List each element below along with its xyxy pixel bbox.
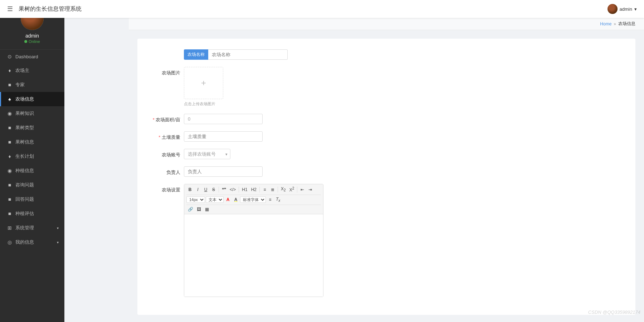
farm-area-field	[184, 114, 621, 124]
sidebar-item-label: 专家	[15, 82, 59, 88]
sidebar-item-seed-eval[interactable]: ■ 种植评估	[0, 206, 64, 221]
sidebar-item-system-mgmt[interactable]: ⊞ 系统管理 ▾	[0, 221, 64, 235]
farm-info-icon: ♠	[7, 96, 13, 102]
list-ordered-button[interactable]: ≡	[261, 186, 268, 193]
table-button[interactable]: ▦	[203, 206, 210, 213]
sidebar-item-answer[interactable]: ■ 回答问题	[0, 192, 64, 206]
font-color-button[interactable]: A	[224, 196, 231, 203]
sidebar-item-growth-plan[interactable]: ♦ 生长计划	[0, 149, 64, 164]
sidebar-item-label: 农场信息	[15, 96, 59, 102]
upload-hint: 点击上传农场图片	[184, 101, 621, 107]
sidebar-item-label: 果树知识	[15, 110, 59, 117]
breadcrumb-sep: »	[614, 21, 616, 26]
code-button[interactable]: </>	[228, 186, 237, 193]
farm-image-label: 农场图片	[152, 67, 184, 76]
h1-button[interactable]: H1	[240, 186, 249, 193]
expert-icon: ■	[7, 82, 13, 88]
farm-name-input[interactable]	[208, 49, 288, 60]
sidebar-item-label: 种植评估	[15, 210, 59, 217]
clear-format-button[interactable]: Tx	[274, 196, 282, 203]
image-upload-box[interactable]: +	[184, 67, 223, 99]
toolbar-sep	[297, 187, 297, 192]
sidebar-item-fruit-knowledge[interactable]: ◉ 果树知识	[0, 106, 64, 121]
answer-icon: ■	[7, 196, 13, 202]
superscript-button[interactable]: X2	[288, 186, 296, 193]
link-button[interactable]: 🔗	[186, 206, 195, 213]
manager-field	[184, 166, 621, 177]
menu-icon[interactable]: ☰	[7, 5, 13, 13]
toolbar-sep	[239, 187, 239, 192]
subscript-button[interactable]: X2	[279, 186, 287, 193]
manager-input[interactable]	[184, 166, 263, 177]
sidebar-item-label: 我的信息	[15, 239, 54, 245]
user-menu[interactable]: admin ▾	[608, 4, 637, 14]
soil-quality-row: 土壤质量	[152, 131, 621, 142]
topbar-title: 果树的生长信息管理系统	[19, 5, 608, 13]
soil-quality-input[interactable]	[184, 131, 263, 142]
sidebar-item-farm-info[interactable]: ♠ 农场信息	[0, 92, 64, 106]
farm-settings-row: 农场设置 B I U S ❝❞ </>	[152, 184, 621, 297]
highlight-button[interactable]: A	[232, 196, 239, 203]
indent-right-button[interactable]: ⇥	[307, 186, 314, 193]
farm-owner-icon: ♦	[7, 68, 13, 73]
farm-settings-field: B I U S ❝❞ </> H1 H2	[184, 184, 621, 297]
sidebar-item-farm-owner[interactable]: ♦ 农场主	[0, 63, 64, 78]
italic-button[interactable]: I	[194, 186, 201, 193]
image-button[interactable]: 🖼	[195, 206, 203, 213]
faq-icon: ■	[7, 182, 13, 188]
bold-button[interactable]: B	[186, 186, 194, 193]
indent-left-button[interactable]: ⇤	[299, 186, 306, 193]
arrow-icon: ▾	[57, 240, 59, 244]
online-dot	[24, 40, 27, 43]
sidebar-item-fruit-tree[interactable]: ■ 果树信息	[0, 135, 64, 149]
breadcrumb-home[interactable]: Home	[600, 21, 611, 26]
sidebar-item-label: 农场主	[15, 67, 59, 74]
sidebar-item-label: 系统管理	[15, 225, 54, 231]
h2-button[interactable]: H2	[250, 186, 258, 193]
farm-settings-label: 农场设置	[152, 184, 184, 193]
sidebar-item-dashboard[interactable]: ⊙ Dashboard	[0, 50, 64, 63]
fruit-knowledge-icon: ◉	[7, 111, 13, 116]
profile-name: admin	[25, 33, 39, 39]
form-card: 农场名称 农场图片 + 点击上传农场图片 农场面积/亩	[137, 39, 635, 315]
system-mgmt-icon: ⊞	[7, 225, 13, 231]
online-label: Online	[29, 39, 40, 44]
avatar	[608, 4, 618, 14]
list-unordered-button[interactable]: ≣	[269, 186, 276, 193]
editor-toolbar-row1: B I U S ❝❞ </> H1 H2	[186, 186, 321, 193]
format-select[interactable]: 文本	[206, 196, 224, 203]
sidebar-item-expert[interactable]: ■ 专家	[0, 78, 64, 92]
font-size-select[interactable]: 14px	[186, 196, 205, 203]
farm-account-select[interactable]: 选择农场账号	[184, 149, 230, 159]
editor-body[interactable]	[184, 214, 323, 297]
sidebar-item-label: 生长计划	[15, 153, 59, 160]
farm-area-input[interactable]	[184, 114, 263, 124]
fruit-type-icon: ■	[7, 125, 13, 131]
font-family-select[interactable]: 标准字体	[240, 196, 266, 203]
growth-plan-icon: ♦	[7, 153, 13, 159]
soil-quality-label: 土壤质量	[152, 131, 184, 141]
sidebar-item-label: Dashboard	[15, 54, 59, 59]
sidebar-item-my-info[interactable]: ◎ 我的信息 ▾	[0, 235, 64, 249]
farm-image-row: 农场图片 + 点击上传农场图片	[152, 67, 621, 107]
sidebar-item-label: 回答问题	[15, 196, 59, 203]
strike-button[interactable]: S	[210, 186, 217, 193]
quote-button[interactable]: ❝❞	[220, 186, 228, 193]
dashboard-icon: ⊙	[7, 54, 13, 59]
sidebar-item-fruit-type[interactable]: ■ 果树类型	[0, 121, 64, 135]
sidebar-item-label: 种植信息	[15, 167, 59, 174]
my-info-icon: ◎	[7, 239, 13, 245]
farm-account-label: 农场账号	[152, 149, 184, 158]
manager-label: 负责人	[152, 166, 184, 176]
editor-toolbar: B I U S ❝❞ </> H1 H2	[184, 184, 323, 214]
align-button[interactable]: ≡	[267, 196, 274, 203]
editor-toolbar-row2: 14px 文本 A A 标准字体 ≡	[186, 195, 321, 203]
sidebar-item-seed-info[interactable]: ◉ 种植信息	[0, 164, 64, 178]
underline-button[interactable]: U	[202, 186, 209, 193]
farm-area-row: 农场面积/亩	[152, 114, 621, 124]
sidebar-item-faq[interactable]: ■ 咨询问题	[0, 178, 64, 192]
farm-name-spacer	[152, 49, 184, 52]
main-content: 农场名称 农场图片 + 点击上传农场图片 农场面积/亩	[129, 30, 644, 322]
sidebar: admin Online ⊙ Dashboard ♦ 农场主 ■ 专家 ♠ 农场…	[0, 0, 64, 322]
plus-icon: +	[201, 78, 206, 88]
